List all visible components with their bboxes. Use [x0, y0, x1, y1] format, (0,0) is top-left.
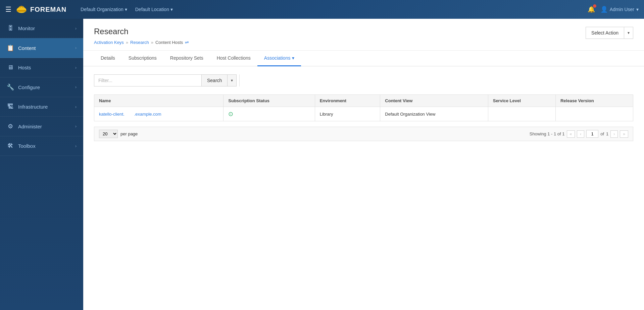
infrastructure-icon: 🏗 — [7, 103, 14, 110]
page-number-input[interactable] — [586, 130, 598, 138]
select-action-container: Select Action ▾ — [586, 27, 633, 39]
showing-label: Showing 1 - 1 of 1 — [530, 131, 565, 136]
tab-associations[interactable]: Associations ▾ — [257, 51, 301, 66]
select-action-button[interactable]: Select Action — [586, 27, 624, 39]
cell-service-level — [488, 107, 555, 121]
breadcrumb-content-hosts: Content Hosts — [155, 40, 183, 45]
host-name-link[interactable]: katello-client. .example.com — [99, 112, 161, 117]
breadcrumb-transfer-icon[interactable]: ⇌ — [185, 40, 189, 45]
hosts-chevron-icon: › — [75, 65, 77, 70]
user-chevron-icon: ▾ — [636, 7, 639, 12]
org-dropdown-button[interactable]: Default Organization ▾ — [77, 5, 131, 14]
sidebar-item-configure[interactable]: 🔧 Configure › — [0, 77, 83, 97]
sidebar-item-hosts[interactable]: 🖥 Hosts › — [0, 58, 83, 77]
col-service-level: Service Level — [488, 95, 555, 107]
breadcrumb: Activation Keys » Research » Content Hos… — [94, 40, 189, 45]
col-name: Name — [94, 95, 224, 107]
sidebar-item-infrastructure[interactable]: 🏗 Infrastructure › — [0, 97, 83, 117]
svg-rect-2 — [17, 11, 27, 12]
sidebar-item-monitor[interactable]: 🎛 Monitor › — [0, 19, 83, 38]
search-divider — [239, 74, 240, 86]
nav-dropdowns: Default Organization ▾ Default Location … — [77, 5, 176, 14]
total-pages: 1 — [606, 131, 608, 136]
logo-text: FOREMAN — [30, 6, 66, 13]
main-content: Search ▾ Name Subscription Status Enviro… — [83, 66, 644, 149]
tabs-container: Details Subscriptions Repository Sets Ho… — [83, 51, 644, 66]
table-row: katello-client. .example.com ⊙ Library D… — [94, 107, 633, 121]
monitor-icon: 🎛 — [7, 25, 14, 32]
cell-release-version — [555, 107, 633, 121]
sidebar-label-content: Content — [18, 45, 36, 51]
table-header-row: Name Subscription Status Environment Con… — [94, 95, 633, 107]
filter-input[interactable] — [94, 74, 201, 86]
next-page-button[interactable]: › — [610, 130, 618, 138]
per-page-container: 20 50 100 per page — [99, 130, 138, 138]
subscription-status-ok-icon: ⊙ — [228, 111, 233, 117]
monitor-chevron-icon: › — [75, 26, 77, 31]
tab-repository-sets[interactable]: Repository Sets — [163, 51, 210, 66]
first-page-button[interactable]: « — [567, 130, 575, 138]
toolbox-chevron-icon: › — [75, 144, 77, 148]
associations-dropdown-icon: ▾ — [292, 55, 294, 61]
content-icon: 📋 — [7, 44, 14, 52]
sidebar-label-configure: Configure — [18, 84, 40, 90]
search-caret-button[interactable]: ▾ — [227, 74, 237, 86]
per-page-select[interactable]: 20 50 100 — [99, 130, 118, 138]
sidebar-item-administer[interactable]: ⚙ Administer › — [0, 117, 83, 136]
last-page-button[interactable]: » — [620, 130, 628, 138]
col-release-version: Release Version — [555, 95, 633, 107]
search-button[interactable]: Search — [201, 74, 227, 86]
cell-subscription-status: ⊙ — [224, 107, 315, 121]
search-bar: Search ▾ — [94, 74, 633, 86]
col-content-view: Content View — [380, 95, 488, 107]
page-header: Research Activation Keys » Research » Co… — [83, 19, 644, 51]
cell-content-view: Default Organization View — [380, 107, 488, 121]
infrastructure-chevron-icon: › — [75, 105, 77, 109]
content-area: Research Activation Keys » Research » Co… — [83, 19, 644, 310]
sidebar-label-monitor: Monitor — [18, 25, 35, 31]
select-action-caret-button[interactable]: ▾ — [624, 27, 633, 39]
administer-chevron-icon: › — [75, 124, 77, 129]
user-label: Admin User — [610, 7, 634, 12]
configure-icon: 🔧 — [7, 83, 14, 91]
nav-right: 🔔 👤 Admin User ▾ — [588, 6, 639, 13]
col-environment: Environment — [315, 95, 380, 107]
user-avatar-icon: 👤 — [600, 6, 608, 13]
user-menu[interactable]: 👤 Admin User ▾ — [600, 6, 639, 13]
bell-badge — [593, 4, 596, 8]
logo[interactable]: FOREMAN — [15, 3, 66, 15]
cell-environment: Library — [315, 107, 380, 121]
tab-details[interactable]: Details — [94, 51, 122, 66]
sidebar-item-toolbox[interactable]: 🛠 Toolbox › — [0, 136, 83, 156]
main-layout: 🎛 Monitor › 📋 Content › 🖥 Hosts › 🔧 Conf… — [0, 19, 644, 310]
tab-host-collections[interactable]: Host Collections — [210, 51, 257, 66]
sidebar-label-toolbox: Toolbox — [18, 143, 36, 149]
prev-page-button[interactable]: ‹ — [577, 130, 584, 138]
logo-helmet-icon — [15, 3, 28, 15]
sidebar-item-content[interactable]: 📋 Content › — [0, 38, 83, 58]
breadcrumb-activation-keys[interactable]: Activation Keys — [94, 40, 124, 45]
sidebar-label-administer: Administer — [18, 124, 42, 129]
tab-subscriptions[interactable]: Subscriptions — [122, 51, 163, 66]
pagination-bar: 20 50 100 per page Showing 1 - 1 of 1 « … — [94, 127, 633, 141]
administer-icon: ⚙ — [7, 123, 14, 130]
page-title: Research — [94, 27, 189, 36]
col-subscription-status: Subscription Status — [224, 95, 315, 107]
breadcrumb-sep-1: » — [126, 40, 128, 45]
pagination-right: Showing 1 - 1 of 1 « ‹ of 1 › » — [530, 130, 628, 138]
sidebar-label-hosts: Hosts — [18, 65, 31, 70]
loc-dropdown-button[interactable]: Default Location ▾ — [132, 5, 176, 14]
per-page-label: per page — [120, 131, 138, 136]
breadcrumb-research[interactable]: Research — [130, 40, 149, 45]
of-label: of — [600, 131, 604, 136]
sidebar: 🎛 Monitor › 📋 Content › 🖥 Hosts › 🔧 Conf… — [0, 19, 83, 310]
breadcrumb-sep-2: » — [151, 40, 153, 45]
notifications[interactable]: 🔔 — [588, 6, 595, 13]
hamburger-menu-icon[interactable]: ☰ — [5, 5, 11, 13]
top-nav: ☰ FOREMAN Default Organization ▾ Default… — [0, 0, 644, 19]
toolbox-icon: 🛠 — [7, 142, 14, 149]
cell-name: katello-client. .example.com — [94, 107, 224, 121]
content-hosts-table: Name Subscription Status Environment Con… — [94, 95, 633, 121]
configure-chevron-icon: › — [75, 85, 77, 89]
content-chevron-icon: › — [75, 46, 77, 50]
